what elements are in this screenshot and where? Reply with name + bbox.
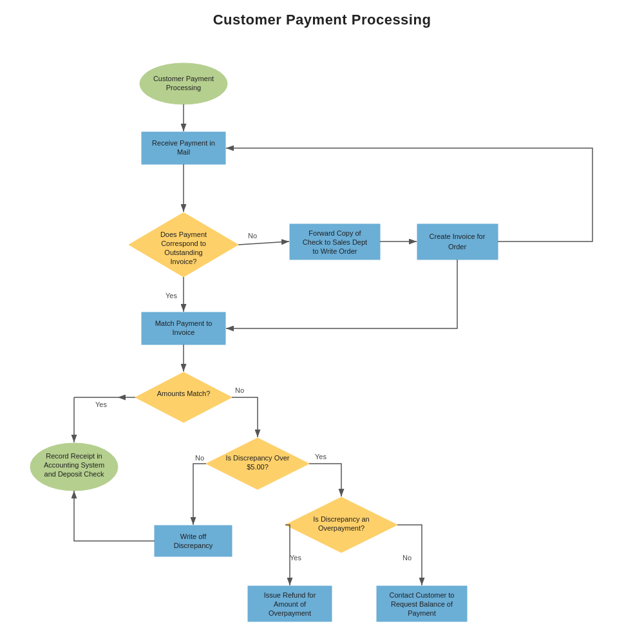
record-receipt-label3: and Deposit Check — [44, 470, 104, 478]
no-label-3: No — [195, 454, 204, 462]
write-off-label2: Discrepancy — [174, 542, 213, 549]
discrepancy-over-label1: Is Discrepancy Over — [225, 454, 289, 462]
diagram-container: Customer Payment Processing Customer Pay… — [0, 0, 644, 644]
arrow-decision1-forward — [238, 242, 289, 245]
overpayment-label2: Overpayment? — [318, 524, 365, 532]
yes-label-3: Yes — [315, 453, 327, 460]
forward-label3: to Write Order — [313, 247, 357, 255]
start-label: Customer Payment — [153, 75, 214, 82]
arrow-overpayment-refund — [285, 525, 290, 585]
issue-refund-label1: Issue Refund for — [264, 591, 316, 599]
record-receipt-label1: Record Receipt in — [46, 452, 102, 460]
match-payment-label1: Match Payment to — [155, 319, 213, 327]
issue-refund-label3: Overpayment — [269, 609, 311, 617]
arrow-disc-writeoff — [193, 464, 206, 525]
yes-label-1: Yes — [166, 292, 177, 299]
arrow-disc-overpayment — [309, 464, 341, 497]
contact-customer-label2: Request Balance of — [391, 600, 453, 608]
no-label-1: No — [248, 232, 257, 240]
start-label2: Processing — [166, 84, 201, 91]
create-invoice-label1: Create Invoice for — [430, 232, 486, 240]
receive-label: Receive Payment in — [152, 139, 215, 147]
decision1-label3: Outstanding — [164, 249, 202, 256]
amounts-match-node — [135, 372, 232, 422]
yes-label-4: Yes — [290, 554, 301, 562]
issue-refund-label2: Amount of — [274, 600, 307, 608]
arrow-amounts-discrepancy — [232, 397, 258, 437]
receive-label2: Mail — [177, 148, 190, 156]
create-invoice-node — [417, 224, 498, 260]
overpayment-label1: Is Discrepancy an — [313, 515, 369, 523]
match-payment-label2: Invoice — [173, 328, 195, 336]
no-label-4: No — [402, 554, 412, 562]
decision1-label1: Does Payment — [160, 231, 207, 238]
decision1-label2: Correspond to — [161, 240, 206, 247]
contact-customer-label1: Contact Customer to — [390, 591, 455, 599]
arrow-loop-receive — [226, 148, 592, 242]
discrepancy-over-label2: $5.00? — [247, 463, 269, 471]
yes-label-2: Yes — [95, 401, 107, 408]
forward-label1: Forward Copy of — [308, 229, 361, 237]
forward-label2: Check to Sales Dept — [303, 238, 367, 246]
flowchart: Customer Payment Processing Receive Paym… — [0, 0, 644, 644]
no-label-2: No — [235, 386, 244, 394]
write-off-label1: Write off — [180, 533, 207, 540]
amounts-match-label1: Amounts Match? — [157, 390, 211, 397]
arrow-writeoff-record — [74, 491, 155, 541]
record-receipt-label2: Accounting System — [44, 461, 104, 469]
arrow-create-match — [226, 260, 457, 328]
decision1-label4: Invoice? — [171, 258, 197, 265]
contact-customer-label3: Payment — [408, 609, 435, 617]
create-invoice-label2: Order — [448, 243, 466, 251]
